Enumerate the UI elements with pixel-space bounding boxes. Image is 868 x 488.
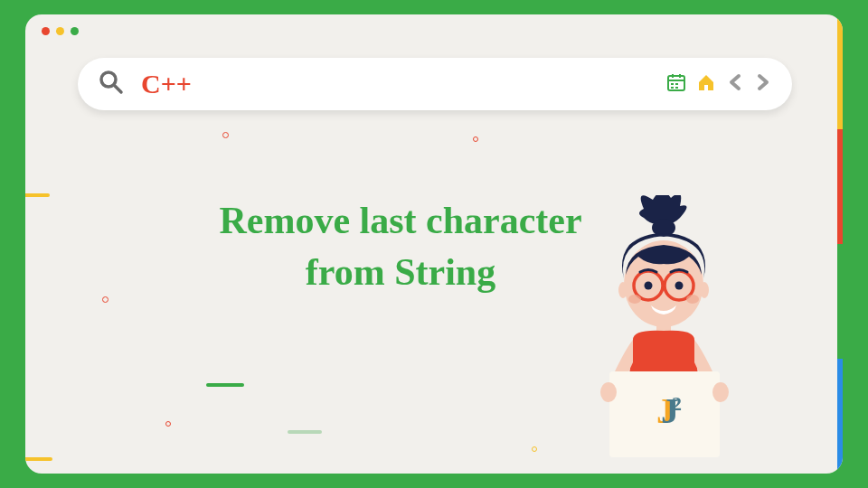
browser-window: C++ Remove last character from String [25,14,843,474]
svg-point-20 [700,282,709,298]
calendar-icon[interactable] [666,72,686,96]
search-input[interactable]: C++ [141,69,666,99]
window-controls [42,27,79,35]
decoration-line [25,193,50,197]
page-title: Remove last character from String [206,195,595,297]
accent-red [837,129,843,244]
decoration-circle [102,296,108,303]
svg-rect-6 [671,83,674,85]
svg-line-1 [114,85,121,92]
decoration-circle [222,132,229,138]
svg-rect-8 [671,87,674,89]
svg-point-16 [675,282,684,290]
maximize-icon[interactable] [71,27,79,35]
svg-rect-9 [675,87,678,89]
home-icon[interactable] [696,72,716,96]
character-illustration: J2J [562,195,770,466]
svg-point-15 [645,282,653,290]
back-icon[interactable] [726,72,744,96]
minimize-icon[interactable] [56,27,64,35]
accent-blue [837,359,843,474]
svg-point-17 [628,295,641,304]
logo: J2J [656,389,676,432]
close-icon[interactable] [42,27,50,35]
accent-green [837,244,843,359]
decoration-line [288,430,322,434]
svg-point-19 [618,282,627,298]
svg-point-18 [686,295,699,304]
search-bar[interactable]: C++ [78,58,792,110]
color-accent-bar [837,14,843,474]
logo-letter-j2: J [661,390,676,431]
nav-icons [666,72,772,96]
accent-yellow [837,14,843,129]
search-icon [98,69,125,99]
decoration-circle [532,446,537,452]
forward-icon[interactable] [754,72,772,96]
decoration-circle [473,136,478,142]
decoration-line [25,457,52,461]
svg-point-23 [600,382,617,402]
svg-rect-7 [675,83,678,85]
decoration-line [206,383,244,387]
svg-point-24 [712,382,729,402]
decoration-circle [165,421,171,427]
